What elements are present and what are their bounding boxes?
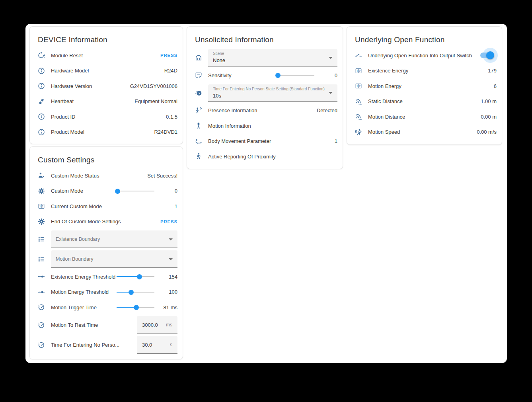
settings-row: 12Existence Energy179 (347, 63, 502, 79)
row-value: 0.00 m/s (477, 129, 497, 135)
presence-icon (194, 107, 203, 115)
row-value: Set Success! (147, 173, 177, 179)
proximity-walk-icon (194, 152, 203, 160)
row-label: Sensitivity (208, 72, 277, 78)
row-label: Underlying Open Function Info Output Swi… (368, 53, 472, 59)
row-label: Active Reporting Of Proximity (208, 154, 276, 160)
slider-thumb[interactable] (115, 189, 120, 194)
chevron-down-icon (169, 258, 173, 260)
input-unit: ms (166, 322, 172, 328)
card-title: DEVICE Information (30, 27, 183, 48)
row-value: Equipment Normal (134, 98, 177, 104)
card-underlying-open-function: Underlying Open Function Underlying Open… (347, 26, 502, 145)
timer-icon (37, 341, 46, 349)
settings-row: Product ModelR24DVD1 (30, 125, 183, 140)
counter-icon: 12 (354, 67, 363, 75)
slider-thumb[interactable] (275, 73, 281, 78)
select-field[interactable]: SceneNone (208, 49, 337, 66)
info-icon (37, 113, 46, 121)
settings-row: 12Current Custom Mode1 (30, 199, 183, 214)
app-surface: DEVICE Information Module ResetPRESSHard… (25, 24, 507, 363)
settings-row: 12Motion Energy6 (347, 78, 502, 94)
row-value: 1 (175, 203, 177, 209)
slider[interactable] (117, 289, 154, 295)
settings-row: Motion Trigger Time81 ms (30, 300, 183, 315)
input-unit: s (170, 342, 172, 347)
slider-thumb[interactable] (137, 274, 142, 279)
slider[interactable] (277, 72, 314, 78)
slider-thumb[interactable] (129, 290, 134, 295)
info-icon (37, 82, 46, 90)
slider[interactable] (117, 188, 154, 194)
sensitivity-icon (194, 71, 203, 79)
settings-row: End Of Custom Mode SettingsPRESS (30, 214, 183, 230)
list-icon (37, 255, 46, 263)
row-label: Product ID (51, 114, 75, 120)
row-label: Motion To Rest Time (51, 322, 98, 328)
settings-row: HeartbeatEquipment Normal (30, 94, 183, 109)
gear-icon (37, 187, 46, 195)
info-icon (37, 67, 46, 75)
card-rows: Underlying Open Function Info Output Swi… (347, 48, 502, 140)
settings-row: SceneNone (187, 48, 343, 68)
row-label: Motion Trigger Time (51, 304, 117, 310)
module-reset-icon (37, 51, 46, 59)
svg-text:2: 2 (42, 205, 43, 208)
slider[interactable] (117, 304, 154, 310)
slider[interactable] (117, 274, 154, 279)
card-rows: Custom Mode StatusSet Success!Custom Mod… (30, 168, 183, 355)
settings-row: Existence Boundary (30, 229, 183, 249)
settings-row: Active Reporting Of Proximity (187, 149, 343, 164)
row-label: Product Model (51, 129, 84, 135)
card-title: Underlying Open Function (347, 27, 502, 48)
settings-row: Custom Mode StatusSet Success! (30, 168, 183, 183)
settings-row: Hardware ModelR24D (30, 63, 183, 79)
value-input[interactable]: 3000.0ms (137, 316, 177, 334)
card-custom-settings: Custom Settings Custom Mode StatusSet Su… (29, 146, 183, 359)
gear-icon (37, 218, 46, 226)
scene-icon (194, 54, 203, 62)
counter-icon: 12 (354, 82, 363, 90)
select-field-value: None (213, 57, 325, 63)
timer-icon (37, 321, 46, 329)
row-label: Motion Energy Threshold (51, 289, 117, 295)
row-value: 6 (494, 83, 497, 89)
row-label: Current Custom Mode (51, 203, 102, 209)
row-label: Time For Entering No Perso... (51, 342, 119, 348)
person-check-icon (37, 172, 46, 180)
row-label: Body Movement Parameter (208, 138, 271, 144)
select-field[interactable]: Time For Entering No Person State Settin… (208, 84, 337, 102)
value-input[interactable]: 30.0s (137, 336, 177, 354)
row-label: Motion Distance (368, 114, 405, 120)
svg-text:1: 1 (39, 205, 41, 208)
slider-track (277, 75, 314, 76)
card-title: Custom Settings (30, 147, 183, 168)
settings-row: Body Movement Parameter1 (187, 134, 343, 149)
timer-icon (37, 303, 46, 311)
distance-signal-icon (354, 98, 363, 105)
row-value: 179 (488, 68, 497, 74)
row-value: G24VD1SYV001006 (130, 83, 177, 89)
toggle-switch[interactable] (479, 47, 497, 63)
settings-row: Motion Speed0.00 m/s (347, 125, 502, 140)
slider-handle-icon (37, 288, 46, 296)
select-field-label: Scene (213, 51, 325, 56)
settings-row: Module ResetPRESS (30, 48, 183, 63)
card-unsolicited-information: Unsolicited Information SceneNoneSensiti… (187, 26, 343, 169)
card-device-information: DEVICE Information Module ResetPRESSHard… (29, 26, 183, 144)
slider-thumb[interactable] (134, 305, 139, 310)
settings-row: Static Distance1.00 m (347, 94, 502, 109)
clock-icon (194, 89, 203, 97)
select-field[interactable]: Motion Boundary (51, 250, 177, 268)
settings-row: Motion Information (187, 118, 343, 134)
select-field[interactable]: Existence Boundary (51, 230, 177, 248)
press-button[interactable]: PRESS (160, 219, 177, 224)
counter-icon: 12 (37, 202, 46, 210)
settings-row: Custom Mode0 (30, 183, 183, 199)
slider-fill (117, 307, 136, 308)
row-value: 0.1.5 (166, 114, 177, 120)
press-button[interactable]: PRESS (160, 53, 177, 58)
select-field-value: 10s (213, 93, 325, 99)
distance-signal-icon (354, 113, 363, 121)
svg-text:1: 1 (357, 85, 358, 88)
